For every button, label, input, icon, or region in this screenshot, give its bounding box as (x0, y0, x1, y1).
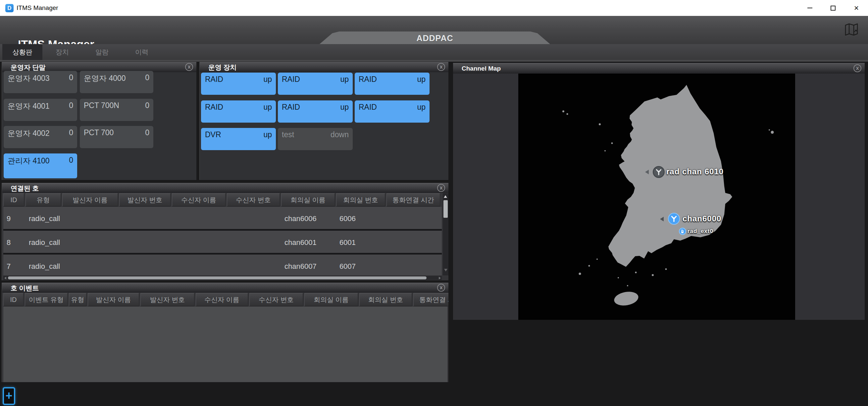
call-events-body (3, 307, 447, 382)
device-card[interactable]: RAID up (201, 100, 276, 123)
device-name: DVR (205, 130, 221, 139)
operator-card[interactable]: 운영자 4001 0 (4, 99, 77, 121)
minimize-icon (807, 8, 812, 8)
column-header: 통화연결 시간 (386, 193, 440, 206)
operator-count: 0 (69, 73, 73, 82)
operator-name: PCT 700N (84, 101, 119, 110)
operator-card-selected[interactable]: 관리자 4100 0 (4, 153, 77, 178)
device-card[interactable]: DVR up (201, 128, 276, 150)
operator-count: 0 (69, 128, 73, 137)
tab-alarms[interactable]: 알람 (82, 44, 122, 60)
call-events-header: ID 이벤트 유형 유형 발신자 이름 발신자 번호 수신자 이름 수신자 번호… (3, 293, 448, 306)
operator-name: 운영자 4003 (8, 73, 50, 84)
maximize-icon (831, 6, 836, 10)
close-icon[interactable]: X (437, 63, 445, 71)
close-icon: ✕ (854, 5, 859, 11)
column-header: 발신자 번호 (119, 193, 170, 206)
window-title: ITMS Manager (17, 0, 58, 16)
device-name: RAID (359, 103, 377, 112)
vertical-scrollbar[interactable] (443, 193, 448, 276)
operator-card[interactable]: 운영자 4003 0 (4, 71, 77, 93)
tab-history[interactable]: 이력 (122, 44, 162, 60)
radio-extension-marker[interactable] (679, 228, 686, 235)
column-header: 수신자 이름 (196, 293, 248, 306)
column-header: 유형 (26, 193, 61, 206)
scroll-right-icon[interactable] (439, 277, 441, 280)
close-icon[interactable]: X (437, 284, 445, 292)
marker-label: rad_ext0 (687, 228, 713, 235)
tabbar-divider (0, 60, 868, 62)
device-card[interactable]: RAID up (278, 100, 353, 123)
handset-icon (680, 229, 685, 234)
radio-channel-marker[interactable] (668, 213, 680, 225)
close-icon[interactable]: X (437, 184, 445, 192)
device-name: test (282, 130, 294, 139)
scroll-left-icon[interactable] (4, 277, 6, 280)
operator-card[interactable]: 운영자 4000 0 (80, 71, 153, 93)
scroll-down-icon[interactable] (444, 269, 447, 271)
antenna-icon (655, 168, 663, 176)
marker-pointer-icon (660, 217, 664, 222)
horizontal-scrollbar-thumb[interactable] (8, 277, 427, 280)
site-tab-addpac[interactable]: ADDPAC (319, 31, 550, 44)
table-row[interactable]: 7 radio_call chan6007 6007 (3, 255, 442, 276)
column-header: 발신자 이름 (88, 293, 139, 306)
column-header: 통화연결 시간 (413, 293, 448, 306)
panel-connected-calls: 연결된 호 X ID 유형 발신자 이름 발신자 번호 수신자 이름 수신자 번… (2, 183, 448, 280)
operator-name: 운영자 4002 (8, 128, 50, 139)
device-card[interactable]: RAID up (201, 72, 276, 95)
table-row[interactable]: 9 radio_call chan6006 6006 (3, 207, 442, 231)
device-status: up (263, 130, 272, 139)
horizontal-scrollbar[interactable] (3, 276, 442, 280)
device-card[interactable]: RAID up (355, 100, 430, 123)
panel-channel-map-title: Channel Map (462, 65, 501, 72)
panel-channel-map: rad chan 6010 chan6000 rad_ext0 (453, 74, 865, 320)
column-header: ID (3, 193, 24, 206)
device-name: RAID (359, 75, 377, 84)
device-status: up (417, 75, 426, 84)
connected-calls-header: ID 유형 발신자 이름 발신자 번호 수신자 이름 수신자 번호 회의실 이름… (3, 193, 440, 206)
column-header: 회의실 번호 (336, 193, 385, 206)
close-button[interactable]: ✕ (845, 0, 868, 16)
connected-calls-body: 9 radio_call chan6006 6006 8 radio_call … (3, 207, 442, 276)
device-name: RAID (282, 75, 300, 84)
operator-card[interactable]: PCT 700 0 (80, 126, 153, 148)
operator-count: 0 (145, 101, 149, 110)
operator-name: 운영자 4001 (8, 101, 50, 111)
map-toggle-button[interactable] (842, 21, 861, 39)
operator-card[interactable]: 운영자 4002 0 (4, 126, 77, 148)
app-icon: D (5, 4, 13, 12)
scroll-up-icon[interactable] (444, 195, 447, 198)
tab-devices[interactable]: 장치 (42, 44, 82, 60)
map-icon (844, 23, 859, 37)
close-icon[interactable]: X (185, 63, 193, 71)
device-card[interactable]: RAID up (355, 72, 430, 95)
device-card[interactable]: RAID up (278, 72, 353, 95)
column-header: 발신자 번호 (141, 293, 194, 306)
operator-name: PCT 700 (84, 128, 114, 137)
vertical-scrollbar-thumb[interactable] (443, 200, 448, 218)
operator-count: 0 (69, 156, 73, 165)
operator-count: 0 (69, 101, 73, 110)
minimize-button[interactable] (798, 0, 821, 16)
plus-icon: + (5, 389, 12, 402)
panel-channel-map-titlebar: Channel Map X (453, 63, 865, 74)
maximize-button[interactable] (821, 0, 844, 16)
operator-name: 관리자 4100 (8, 156, 50, 166)
operator-name: 운영자 4000 (84, 73, 126, 84)
close-icon[interactable]: X (854, 64, 861, 72)
panel-operating-devices: 운영 장치 X RAID up RAID up RAID up RAID up … (199, 62, 448, 180)
add-panel-button[interactable]: + (3, 387, 15, 405)
operator-card[interactable]: PCT 700N 0 (80, 99, 153, 121)
radio-channel-marker[interactable] (653, 166, 665, 178)
column-header: 발신자 이름 (62, 193, 118, 206)
panel-call-events: 호 이벤트 X ID 이벤트 유형 유형 발신자 이름 발신자 번호 수신자 이… (2, 283, 448, 382)
table-row[interactable]: 8 radio_call chan6001 6001 (3, 231, 442, 255)
column-header: 회의실 번호 (359, 293, 412, 306)
column-header: ID (3, 293, 24, 306)
device-card-down[interactable]: test down (278, 128, 353, 150)
column-header: 수신자 번호 (249, 293, 303, 306)
map-canvas[interactable]: rad chan 6010 chan6000 rad_ext0 (518, 74, 795, 320)
app-window: D ITMS Manager ✕ ITMS Manager ADDPAC 상황판… (0, 0, 868, 406)
tab-status-board[interactable]: 상황판 (2, 44, 42, 60)
